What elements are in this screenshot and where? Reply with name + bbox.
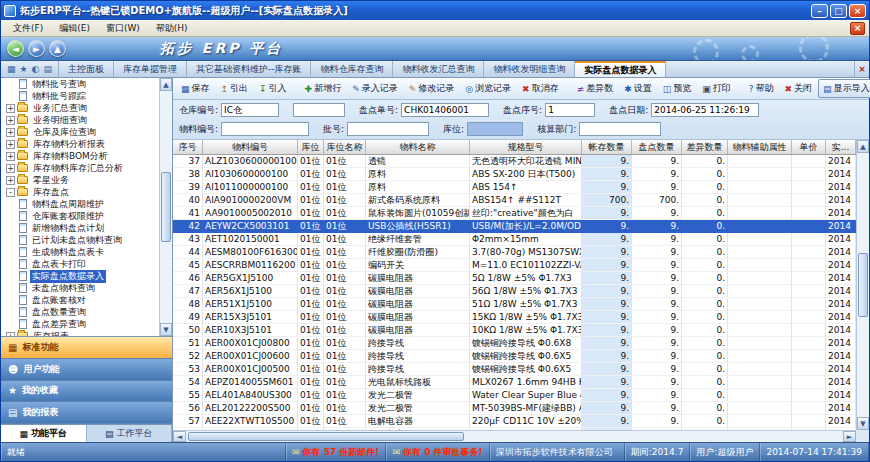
- favorite-icon[interactable]: ★: [20, 64, 28, 74]
- status-mail[interactable]: ✉ 你有 57 份新邮件!: [286, 443, 386, 461]
- grid-vscroll-thumb[interactable]: [858, 253, 868, 316]
- close-button[interactable]: ×: [849, 4, 866, 18]
- settings-button[interactable]: ✱设置: [619, 79, 657, 98]
- count-sheet-no-input[interactable]: [401, 103, 489, 117]
- column-header[interactable]: 实...: [826, 140, 856, 154]
- accordion-user-functions[interactable]: ☻ 用户功能: [1, 359, 172, 381]
- batch-no-input[interactable]: [347, 122, 429, 136]
- tree-item[interactable]: 已计划未盘点物料查询: [1, 234, 159, 246]
- column-header[interactable]: 帐存数量: [582, 140, 632, 154]
- expand-toggle-icon[interactable]: +: [6, 332, 15, 337]
- grid-row[interactable]: 44AESM80100F61630001位01位纤维胶圈(防滑圈)3.7(80-…: [173, 246, 856, 259]
- expand-toggle-icon[interactable]: +: [6, 128, 15, 137]
- tree-item[interactable]: 物料盘点周期维护: [1, 198, 159, 210]
- forward-button[interactable]: ►: [28, 40, 45, 57]
- close-tab-button[interactable]: ×: [854, 61, 869, 77]
- grid-row[interactable]: 50AER10X3J510101位01位碳膜电阻器10KΩ 1/8W ±5% Φ…: [173, 324, 856, 337]
- document-tab[interactable]: 实际盘点数据录入: [575, 61, 666, 77]
- modify-record-button[interactable]: ✎修改记录: [404, 79, 460, 98]
- grid-row[interactable]: 56AEL20122200S50001位01位发光二极管MT-5039BS-MF…: [173, 402, 856, 415]
- tree-item[interactable]: 物料批号查询: [1, 78, 159, 90]
- grid-row[interactable]: 42AEYW2CX500310101位01位USB公插线(H5SR1)USB/M…: [173, 220, 856, 233]
- expand-toggle-icon[interactable]: +: [6, 104, 15, 113]
- column-header[interactable]: 物料名称: [366, 140, 470, 154]
- tab-work-platform[interactable]: ▤ 工作平台: [87, 425, 173, 442]
- difference-qty-button[interactable]: ≠差异数: [572, 79, 619, 98]
- scroll-down-arrow-icon[interactable]: ▼: [160, 323, 172, 336]
- history-icon[interactable]: ◐: [32, 64, 40, 74]
- cancel-save-button[interactable]: ✖取消存: [517, 79, 564, 98]
- grid-vscroll-track[interactable]: [857, 153, 869, 417]
- tree-item[interactable]: 未盘点物料查询: [1, 282, 159, 294]
- import-button[interactable]: ↧引入: [254, 79, 292, 98]
- grid-row[interactable]: 55AEL401A840US30001位01位发光二极管Water Clear …: [173, 389, 856, 402]
- column-header[interactable]: 库位名称: [324, 140, 366, 154]
- location-input[interactable]: [467, 122, 523, 136]
- document-tab[interactable]: 物料收发汇总查询: [393, 61, 484, 77]
- accounting-dept-input[interactable]: [579, 122, 661, 136]
- scroll-left-arrow-icon[interactable]: ◄: [173, 431, 186, 442]
- status-approval[interactable]: ✉ 你有 0 件审批事务!: [386, 443, 489, 461]
- grid-row[interactable]: 57AEE22XTWT10S50001位01位电解电容器220μF CD11C …: [173, 415, 856, 428]
- column-header[interactable]: 单价: [792, 140, 826, 154]
- grid-row[interactable]: 54AEPZ014005SM60101位01位光电鼠标线路板MLX0267 1.…: [173, 376, 856, 389]
- tree-item[interactable]: -库存盘点: [1, 186, 159, 198]
- grid-row[interactable]: 51AER00X01CJ0080001位01位跨接导线镀锡铜跨接导线 Φ0.6X…: [173, 337, 856, 350]
- menu-edit[interactable]: 编辑(E): [51, 21, 98, 36]
- tree-item[interactable]: 生成物料盘点表卡: [1, 246, 159, 258]
- count-seq-input[interactable]: [545, 103, 595, 117]
- title-bar[interactable]: 拓步ERP平台--热键已锁DEMO+旗航版--超级用户--[实际盘点数据录入] …: [1, 1, 869, 20]
- back-button[interactable]: ◄: [7, 40, 24, 57]
- accordion-my-favorites[interactable]: ★ 我的收藏: [1, 381, 172, 403]
- menu-file[interactable]: 文件(F): [5, 21, 51, 36]
- accordion-my-reports[interactable]: ▤ 我的报表: [1, 402, 172, 424]
- print-button[interactable]: ▣打印: [697, 79, 736, 98]
- tree-item[interactable]: +库存物料库存汇总分析: [1, 162, 159, 174]
- column-header[interactable]: 物料编号: [203, 140, 298, 154]
- close-form-button[interactable]: ✖关闭: [780, 79, 818, 98]
- document-tab[interactable]: 主控面板: [59, 61, 114, 77]
- material-code-input[interactable]: [221, 122, 309, 136]
- document-tab[interactable]: 物料仓库存查询: [311, 61, 393, 77]
- tree-item[interactable]: 物料批号跟踪: [1, 90, 159, 102]
- tree-item[interactable]: +业务明细查询: [1, 114, 159, 126]
- column-header[interactable]: 盘点数量: [632, 140, 682, 154]
- tree-scrollbar[interactable]: ▲ ▼: [159, 78, 172, 336]
- grid-hscroll-thumb[interactable]: [188, 432, 464, 441]
- tree-item[interactable]: +库存物料BOM分析: [1, 150, 159, 162]
- column-header[interactable]: 差异数量: [682, 140, 728, 154]
- grid-row[interactable]: 40AIA9010000200VM01位01位新式条码系统原料ABS154↑ #…: [173, 194, 856, 207]
- tree-scroll-thumb[interactable]: [161, 172, 171, 242]
- expand-toggle-icon[interactable]: +: [6, 116, 15, 125]
- expand-toggle-icon[interactable]: -: [6, 188, 15, 197]
- scroll-up-arrow-icon[interactable]: ▲: [857, 140, 869, 153]
- column-header[interactable]: 规格型号: [470, 140, 582, 154]
- home-button[interactable]: ▲: [49, 40, 66, 57]
- grid-vscrollbar[interactable]: ▲ ▼: [856, 140, 869, 430]
- grid-row[interactable]: 47AER56X1J510001位01位碳膜电阻器56Ω 1/8W ±5% Φ1…: [173, 285, 856, 298]
- tree-item[interactable]: 盘点差异查询: [1, 318, 159, 330]
- grid-row[interactable]: 52AER00X01CJ0060001位01位跨接导线镀锡铜跨接导线 Φ0.6X…: [173, 350, 856, 363]
- tree-item[interactable]: 盘点表卡打印: [1, 258, 159, 270]
- grid-row[interactable]: 53AER00X01CJ0050001位01位跨接导线镀锡铜跨接导线 Φ0.6X…: [173, 363, 856, 376]
- grid-row[interactable]: 46AER5GX1J510001位01位碳膜电阻器5Ω 1/8W ±5% Φ1.…: [173, 272, 856, 285]
- grid-hscroll-track[interactable]: [186, 431, 843, 442]
- tree-item[interactable]: 仓库账套权限维护: [1, 210, 159, 222]
- tree-item[interactable]: +业务汇总查询: [1, 102, 159, 114]
- document-tab[interactable]: 物料收发明细查询: [484, 61, 575, 77]
- grid-row[interactable]: 49AER15X3J510101位01位碳膜电阻器15KΩ 1/8W ±5% Φ…: [173, 311, 856, 324]
- menu-help[interactable]: 帮助(H): [148, 21, 196, 36]
- tree-item[interactable]: +零星业务: [1, 174, 159, 186]
- tab-function-platform[interactable]: ▦ 功能平台: [1, 425, 87, 442]
- column-header[interactable]: 序号: [173, 140, 203, 154]
- show-import-export-window-button[interactable]: ▤显示导入导出盘点数据窗口: [818, 79, 870, 98]
- grid-hscrollbar[interactable]: ◄ ►: [173, 430, 856, 442]
- scroll-down-arrow-icon[interactable]: ▼: [857, 417, 869, 430]
- help-button[interactable]: ?帮助: [744, 79, 779, 98]
- grid-row[interactable]: 48AER51X1J510001位01位碳膜电阻器51Ω 1/8W ±5% Φ1…: [173, 298, 856, 311]
- preview-button[interactable]: ◫预览: [658, 79, 697, 98]
- grid-row[interactable]: 38AI103060000010001位01位原料ABS SX-200 日本(T…: [173, 168, 856, 181]
- export-button[interactable]: ↥引出: [216, 79, 254, 98]
- layout-icon[interactable]: ▦: [7, 64, 16, 74]
- count-date-input[interactable]: [651, 103, 759, 117]
